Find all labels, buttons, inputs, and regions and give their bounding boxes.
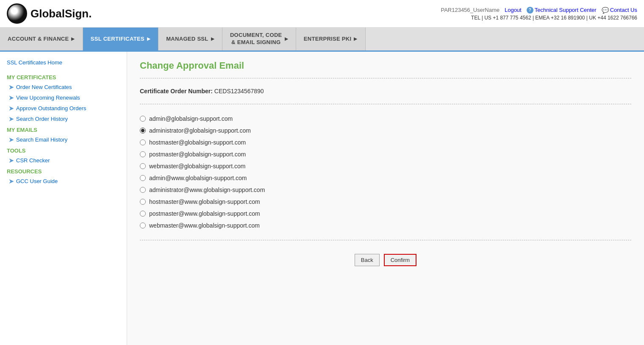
email-label-5: admin@www.globalsign-support.com [149, 175, 247, 181]
radio-email-2[interactable] [140, 139, 146, 145]
email-label-0: admin@globalsign-support.com [149, 115, 233, 122]
sidebar-link-gcc[interactable]: ➤ GCC User Guide [0, 176, 127, 186]
email-label-7: hostmaster@www.globalsign-support.com [149, 198, 260, 205]
sidebar-link-email-history-label: Search Email History [16, 136, 67, 143]
radio-email-9[interactable] [140, 223, 146, 228]
email-label-1: administrator@globalsign-support.com [149, 127, 251, 134]
nav-document-arrow: ▶ [285, 36, 288, 42]
bullet-icon: ➤ [8, 156, 14, 164]
bullet-icon: ➤ [8, 94, 14, 102]
nav-item-account[interactable]: ACCOUNT & FINANCE ▶ [0, 28, 83, 50]
bullet-icon: ➤ [8, 83, 14, 91]
confirm-button[interactable]: Confirm [384, 254, 417, 266]
radio-email-3[interactable] [140, 151, 146, 157]
nav-ssl-arrow: ▶ [147, 36, 150, 41]
radio-email-7[interactable] [140, 199, 146, 205]
page-title: Change Approval Email [140, 60, 631, 71]
email-label-3: postmaster@globalsign-support.com [149, 151, 246, 158]
email-option-6: administrator@www.globalsign-support.com [140, 184, 631, 196]
nav-enterprise-label: ENTERPRISE PKI [304, 36, 352, 42]
sidebar: SSL Certificates Home MY CERTIFICATES ➤ … [0, 52, 127, 345]
email-option-0: admin@globalsign-support.com [140, 113, 631, 125]
logout-link[interactable]: Logout [505, 7, 522, 13]
cert-order-label: Certificate Order Number: [140, 88, 213, 95]
nav-enterprise-arrow: ▶ [354, 36, 357, 41]
contact-icon: 💬 [602, 7, 609, 14]
email-label-6: administrator@www.globalsign-support.com [149, 186, 265, 193]
sidebar-link-search-order[interactable]: ➤ Search Order History [0, 114, 127, 124]
sidebar-link-csr[interactable]: ➤ CSR Checker [0, 155, 127, 166]
email-options-group: admin@globalsign-support.com administrat… [140, 109, 631, 235]
support-label: Technical Support Center [535, 7, 597, 13]
username-label: PAR123456_UserName [441, 7, 500, 13]
nav-managed-arrow: ▶ [211, 36, 214, 41]
nav-account-label: ACCOUNT & FINANCE [8, 36, 69, 42]
sidebar-link-approve[interactable]: ➤ Approve Outstanding Orders [0, 103, 127, 114]
sidebar-link-gcc-label: GCC User Guide [16, 178, 58, 184]
nav-document-label: DOCUMENT, CODE& EMAIL SIGNING [230, 32, 282, 46]
phone-row: TEL | US +1 877 775 4562 | EMEA +32 16 8… [441, 15, 637, 21]
sidebar-link-renewals[interactable]: ➤ View Upcoming Renewals [0, 92, 127, 103]
bullet-icon: ➤ [8, 104, 14, 112]
email-option-5: admin@www.globalsign-support.com [140, 172, 631, 184]
sidebar-link-renewals-label: View Upcoming Renewals [16, 95, 80, 101]
content-area: Change Approval Email Certificate Order … [127, 52, 644, 345]
sidebar-home-link[interactable]: SSL Certificates Home [0, 57, 127, 68]
support-link[interactable]: ? Technical Support Center [527, 7, 597, 14]
header: GlobalSign. PAR123456_UserName Logout ? … [0, 0, 644, 28]
bullet-icon: ➤ [8, 177, 14, 185]
mid-divider [140, 104, 631, 104]
radio-email-0[interactable] [140, 116, 146, 122]
sidebar-link-order-new[interactable]: ➤ Order New Certificates [0, 82, 127, 92]
nav-item-document[interactable]: DOCUMENT, CODE& EMAIL SIGNING ▶ [222, 28, 296, 50]
nav-account-arrow: ▶ [71, 36, 75, 41]
sidebar-section-my-emails: MY EMAILS [0, 124, 127, 134]
header-right: PAR123456_UserName Logout ? Technical Su… [441, 7, 637, 21]
sidebar-link-order-new-label: Order New Certificates [16, 84, 72, 90]
main-layout: SSL Certificates Home MY CERTIFICATES ➤ … [0, 52, 644, 345]
bullet-icon: ➤ [8, 115, 14, 123]
nav-ssl-label: SSL CERTIFICATES [91, 36, 144, 42]
logo-icon [7, 3, 27, 24]
sidebar-link-search-order-label: Search Order History [16, 116, 68, 122]
email-option-2: hostmaster@globalsign-support.com [140, 136, 631, 148]
logo-text: GlobalSign. [31, 7, 92, 20]
sidebar-link-email-history[interactable]: ➤ Search Email History [0, 134, 127, 145]
email-label-9: webmaster@www.globalsign-support.com [149, 222, 260, 229]
cert-order-row: Certificate Order Number: CEDS1234567890 [140, 83, 631, 99]
nav-managed-label: MANAGED SSL [166, 36, 208, 42]
email-option-1: administrator@globalsign-support.com [140, 125, 631, 136]
nav-item-enterprise[interactable]: ENTERPRISE PKI ▶ [296, 28, 366, 50]
nav-bar: ACCOUNT & FINANCE ▶ SSL CERTIFICATES ▶ M… [0, 28, 644, 52]
radio-email-6[interactable] [140, 187, 146, 193]
radio-email-4[interactable] [140, 163, 146, 169]
back-button[interactable]: Back [355, 254, 380, 266]
sidebar-section-my-certificates: MY CERTIFICATES [0, 72, 127, 82]
top-divider [140, 78, 631, 78]
radio-email-8[interactable] [140, 211, 146, 217]
email-label-4: webmaster@globalsign-support.com [149, 163, 245, 170]
bullet-icon: ➤ [8, 136, 14, 144]
cert-order-value: CEDS1234567890 [214, 88, 264, 95]
email-option-9: webmaster@www.globalsign-support.com [140, 220, 631, 231]
nav-item-managed[interactable]: MANAGED SSL ▶ [158, 28, 222, 50]
support-icon: ? [527, 7, 533, 14]
contact-label: Contact Us [610, 7, 637, 13]
contact-link[interactable]: 💬 Contact Us [602, 7, 637, 14]
sidebar-section-tools: TOOLS [0, 145, 127, 155]
email-option-7: hostmaster@www.globalsign-support.com [140, 196, 631, 208]
nav-item-ssl[interactable]: SSL CERTIFICATES ▶ [83, 28, 158, 50]
radio-email-5[interactable] [140, 175, 146, 181]
sidebar-section-resources: RESOURCES [0, 166, 127, 176]
email-label-2: hostmaster@globalsign-support.com [149, 139, 246, 146]
bottom-divider [140, 240, 631, 240]
email-label-8: postmaster@www.globalsign-support.com [149, 210, 260, 217]
radio-email-1[interactable] [140, 128, 146, 134]
sidebar-link-approve-label: Approve Outstanding Orders [16, 105, 86, 111]
email-option-4: webmaster@globalsign-support.com [140, 160, 631, 172]
action-row: Back Confirm [140, 245, 631, 270]
sidebar-link-csr-label: CSR Checker [16, 157, 50, 164]
email-option-3: postmaster@globalsign-support.com [140, 148, 631, 160]
email-option-8: postmaster@www.globalsign-support.com [140, 208, 631, 220]
logo-area: GlobalSign. [7, 3, 92, 24]
